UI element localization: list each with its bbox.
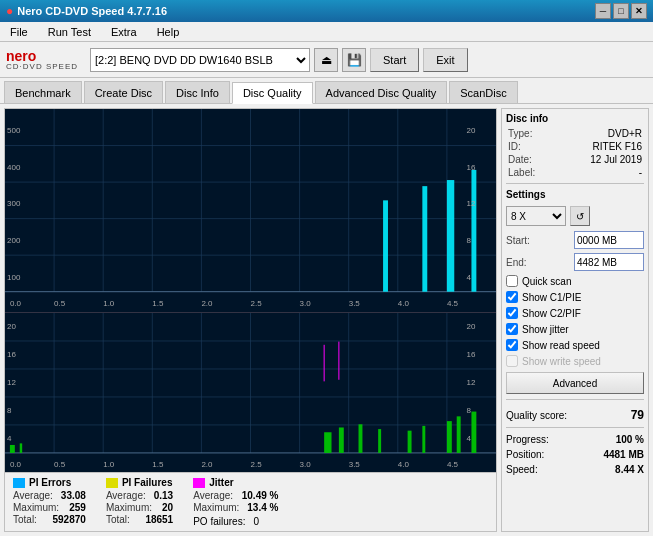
svg-text:300: 300 — [7, 199, 21, 208]
pi-failures-max-label: Maximum: — [106, 502, 152, 513]
svg-rect-17 — [422, 186, 427, 292]
disc-date-value: 12 Jul 2019 — [590, 154, 642, 165]
disc-id-row: ID: RITEK F16 — [506, 141, 644, 152]
disc-label-value: - — [639, 167, 642, 178]
pi-errors-avg-row: Average: 33.08 — [13, 490, 86, 501]
po-row: PO failures: 0 — [193, 516, 278, 527]
svg-text:3.5: 3.5 — [349, 460, 361, 469]
save-icon[interactable]: 💾 — [342, 48, 366, 72]
read-speed-row: Show read speed — [506, 339, 644, 351]
svg-rect-57 — [324, 432, 331, 453]
pi-errors-group: PI Errors Average: 33.08 Maximum: 259 To… — [13, 477, 86, 527]
svg-rect-61 — [408, 431, 412, 453]
svg-rect-60 — [378, 429, 381, 453]
pi-errors-header: PI Errors — [13, 477, 86, 488]
menu-run-test[interactable]: Run Test — [42, 24, 97, 40]
write-speed-checkbox[interactable] — [506, 355, 518, 367]
end-label: End: — [506, 257, 527, 268]
c2pif-label: Show C2/PIF — [522, 308, 581, 319]
svg-rect-58 — [339, 427, 344, 452]
reset-icon[interactable]: ↺ — [570, 206, 590, 226]
svg-text:3.0: 3.0 — [300, 460, 312, 469]
po-label: PO failures: — [193, 516, 245, 527]
tab-create-disc[interactable]: Create Disc — [84, 81, 163, 103]
jitter-group: Jitter Average: 10.49 % Maximum: 13.4 % … — [193, 477, 278, 527]
advanced-button[interactable]: Advanced — [506, 372, 644, 394]
tab-benchmark[interactable]: Benchmark — [4, 81, 82, 103]
svg-text:4: 4 — [467, 273, 472, 282]
svg-text:1.0: 1.0 — [103, 299, 115, 308]
svg-text:12: 12 — [7, 378, 16, 387]
svg-text:1.5: 1.5 — [152, 299, 164, 308]
pi-failures-color — [106, 478, 118, 488]
maximize-button[interactable]: □ — [613, 3, 629, 19]
read-speed-checkbox[interactable] — [506, 339, 518, 351]
chart-area: 500 400 300 200 100 20 16 12 8 4 0.0 0.5… — [4, 108, 497, 532]
disc-date-row: Date: 12 Jul 2019 — [506, 154, 644, 165]
svg-text:12: 12 — [467, 199, 476, 208]
svg-text:2.0: 2.0 — [201, 460, 213, 469]
svg-text:2.5: 2.5 — [251, 299, 263, 308]
tab-advanced-disc-quality[interactable]: Advanced Disc Quality — [315, 81, 448, 103]
tab-disc-info[interactable]: Disc Info — [165, 81, 230, 103]
jitter-avg-value: 10.49 % — [242, 490, 279, 501]
pi-failures-total-label: Total: — [106, 514, 130, 525]
start-button[interactable]: Start — [370, 48, 419, 72]
svg-rect-16 — [383, 200, 388, 291]
pi-errors-label: PI Errors — [29, 477, 71, 488]
svg-text:1.5: 1.5 — [152, 460, 164, 469]
divider-3 — [506, 427, 644, 428]
svg-text:4.0: 4.0 — [398, 299, 410, 308]
svg-text:8: 8 — [467, 406, 472, 415]
disc-label-row: Label: - — [506, 167, 644, 178]
jitter-avg-label: Average: — [193, 490, 233, 501]
menu-extra[interactable]: Extra — [105, 24, 143, 40]
drive-selector[interactable]: [2:2] BENQ DVD DD DW1640 BSLB — [90, 48, 310, 72]
quick-scan-checkbox[interactable] — [506, 275, 518, 287]
menu-help[interactable]: Help — [151, 24, 186, 40]
svg-text:100: 100 — [7, 273, 21, 282]
position-value: 4481 MB — [603, 449, 644, 460]
disc-type-label: Type: — [508, 128, 532, 139]
progress-label: Progress: — [506, 434, 549, 445]
svg-text:3.5: 3.5 — [349, 299, 361, 308]
quick-scan-row: Quick scan — [506, 275, 644, 287]
tab-disc-quality[interactable]: Disc Quality — [232, 82, 313, 104]
bottom-chart: 20 16 12 8 4 20 16 12 8 4 0.0 0.5 1.0 1.… — [5, 312, 496, 472]
svg-text:4.0: 4.0 — [398, 460, 410, 469]
svg-text:4: 4 — [7, 434, 12, 443]
start-input[interactable] — [574, 231, 644, 249]
jitter-color — [193, 478, 205, 488]
close-button[interactable]: ✕ — [631, 3, 647, 19]
svg-text:1.0: 1.0 — [103, 460, 115, 469]
menu-file[interactable]: File — [4, 24, 34, 40]
c2pif-checkbox[interactable] — [506, 307, 518, 319]
pi-failures-max-row: Maximum: 20 — [106, 502, 173, 513]
svg-text:0.5: 0.5 — [54, 299, 66, 308]
pi-failures-max-value: 20 — [162, 502, 173, 513]
svg-rect-18 — [447, 180, 454, 292]
title-bar-controls[interactable]: ─ □ ✕ — [595, 3, 647, 19]
svg-text:2.0: 2.0 — [201, 299, 213, 308]
right-panel: Disc info Type: DVD+R ID: RITEK F16 Date… — [501, 108, 649, 532]
speed-selector[interactable]: 8 X Max 1 X 2 X 4 X — [506, 206, 566, 226]
svg-rect-62 — [422, 426, 425, 453]
write-speed-row: Show write speed — [506, 355, 644, 367]
eject-icon[interactable]: ⏏ — [314, 48, 338, 72]
main-content: 500 400 300 200 100 20 16 12 8 4 0.0 0.5… — [0, 104, 653, 536]
pi-errors-max-label: Maximum: — [13, 502, 59, 513]
tab-scan-disc[interactable]: ScanDisc — [449, 81, 517, 103]
minimize-button[interactable]: ─ — [595, 3, 611, 19]
exit-button[interactable]: Exit — [423, 48, 467, 72]
svg-text:16: 16 — [467, 350, 476, 359]
quality-score-value: 79 — [631, 408, 644, 422]
svg-rect-65 — [471, 412, 476, 453]
write-speed-label: Show write speed — [522, 356, 601, 367]
pi-errors-color — [13, 478, 25, 488]
jitter-checkbox[interactable] — [506, 323, 518, 335]
stats-area: PI Errors Average: 33.08 Maximum: 259 To… — [5, 472, 496, 531]
end-input[interactable] — [574, 253, 644, 271]
speed-display-row: Speed: 8.44 X — [506, 464, 644, 475]
svg-text:4.5: 4.5 — [447, 299, 459, 308]
c1pie-checkbox[interactable] — [506, 291, 518, 303]
